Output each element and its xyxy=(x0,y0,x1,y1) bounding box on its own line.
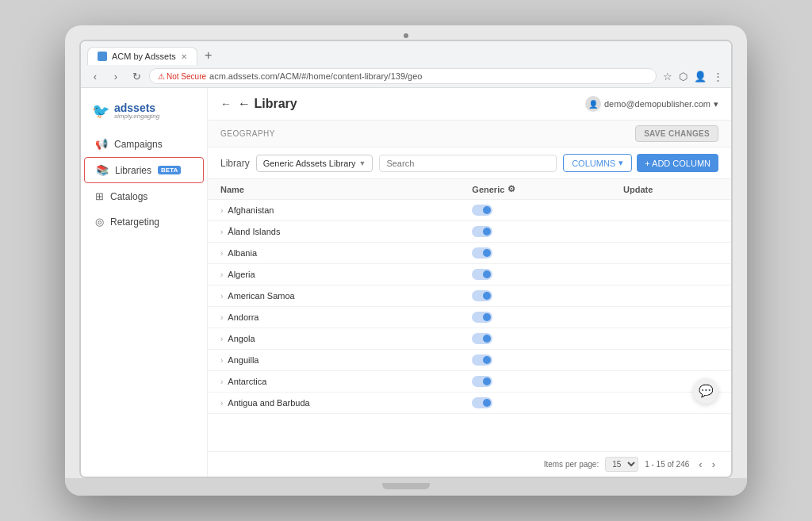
header-right: 👤 demo@demopublisher.com ▾ xyxy=(585,96,718,112)
camera xyxy=(404,33,408,38)
expand-icon[interactable]: › xyxy=(220,249,223,258)
reload-button[interactable]: ↻ xyxy=(128,68,144,84)
page-navigation: ‹ › xyxy=(695,457,718,472)
new-tab-button[interactable]: + xyxy=(199,46,218,65)
breadcrumb: GEOGRAPHY xyxy=(220,129,275,138)
library-toolbar: Library Generic Adssets Library ▼ COLUMN… xyxy=(208,147,731,179)
search-input[interactable] xyxy=(379,155,557,172)
back-nav-button[interactable]: ‹ xyxy=(87,68,103,84)
back-to-library-button[interactable]: ← xyxy=(220,98,232,110)
sidebar-item-label-retargeting: Retargeting xyxy=(110,216,159,228)
generic-toggle[interactable] xyxy=(472,226,492,237)
generic-toggle[interactable] xyxy=(472,290,492,301)
country-table: Name Generic ⚙ Update xyxy=(208,179,731,414)
logo-sub-text: simply.engaging xyxy=(114,113,159,120)
update-cell xyxy=(611,264,731,285)
library-select-value: Generic Adssets Library xyxy=(263,159,356,168)
generic-toggle[interactable] xyxy=(472,376,492,387)
sidebar-item-label-campaigns: Campaigns xyxy=(114,139,163,150)
add-column-button[interactable]: + ADD COLUMN xyxy=(637,154,718,172)
sidebar-item-catalogs[interactable]: ⊞ Catalogs xyxy=(84,184,204,209)
chat-bubble-button[interactable]: 💬 xyxy=(693,378,718,404)
expand-icon[interactable]: › xyxy=(220,228,223,236)
update-cell xyxy=(611,221,731,243)
expand-icon[interactable]: › xyxy=(220,292,223,301)
country-name-cell: › American Samoa xyxy=(208,285,459,307)
breadcrumb-bar: GEOGRAPHY SAVE CHANGES xyxy=(208,121,731,147)
logo-area: 🐦 adssets simply.engaging xyxy=(81,94,207,131)
laptop-base xyxy=(65,478,747,496)
columns-button-label: COLUMNS xyxy=(572,159,615,168)
prev-page-button[interactable]: ‹ xyxy=(695,457,705,472)
sidebar: 🐦 adssets simply.engaging 📢 Campaigns 📚 … xyxy=(81,88,208,477)
country-name-cell: › Anguilla xyxy=(208,350,459,371)
beta-badge: BETA xyxy=(158,166,181,174)
browser-toolbar-actions: ☆ ⬡ 👤 ⋮ xyxy=(661,69,725,84)
update-cell xyxy=(611,243,731,264)
country-name-cell: › Åland Islands xyxy=(208,221,459,243)
generic-toggle[interactable] xyxy=(472,205,492,216)
column-header-generic: Generic ⚙ xyxy=(459,179,611,200)
star-icon[interactable]: ☆ xyxy=(661,69,674,84)
expand-icon[interactable]: › xyxy=(220,377,223,386)
generic-toggle[interactable] xyxy=(472,269,492,280)
account-icon[interactable]: 👤 xyxy=(692,69,708,84)
expand-icon[interactable]: › xyxy=(220,356,223,365)
library-dropdown[interactable]: Generic Adssets Library ▼ xyxy=(256,155,373,172)
browser-tab-active[interactable]: ACM by Adssets ✕ xyxy=(87,47,197,65)
country-name-text: Andorra xyxy=(228,312,259,322)
sidebar-item-retargeting[interactable]: ◎ Retargeting xyxy=(84,209,204,234)
expand-icon[interactable]: › xyxy=(220,399,223,408)
update-cell xyxy=(611,350,731,371)
extension-icon[interactable]: ⬡ xyxy=(677,69,689,84)
country-name-text: Albania xyxy=(228,248,257,258)
country-name-cell: › Andorra xyxy=(208,307,459,328)
generic-toggle[interactable] xyxy=(472,312,492,323)
expand-icon[interactable]: › xyxy=(220,313,223,322)
columns-button[interactable]: COLUMNS ▾ xyxy=(563,154,632,172)
save-changes-button[interactable]: SAVE CHANGES xyxy=(635,125,718,142)
main-content: ← ← Library 👤 demo@demopublisher.com ▾ G… xyxy=(208,88,731,477)
generic-toggle[interactable] xyxy=(472,247,492,259)
sidebar-item-libraries[interactable]: 📚 Libraries BETA xyxy=(84,157,204,183)
logo: 🐦 adssets simply.engaging xyxy=(92,102,196,120)
generic-toggle[interactable] xyxy=(472,397,492,408)
per-page-select[interactable]: 15 25 50 xyxy=(605,457,638,472)
generic-toggle[interactable] xyxy=(472,354,492,366)
browser-toolbar: ‹ › ↻ ⚠ Not Secure acm.adssets.com/ACM/#… xyxy=(81,65,731,87)
column-header-name: Name xyxy=(208,179,459,200)
gear-icon[interactable]: ⚙ xyxy=(508,184,515,194)
toggle-cell xyxy=(459,307,611,328)
address-bar[interactable]: ⚠ Not Secure acm.adssets.com/ACM/#/home/… xyxy=(149,68,657,84)
sidebar-item-campaigns[interactable]: 📢 Campaigns xyxy=(84,132,204,156)
next-page-button[interactable]: › xyxy=(709,457,718,472)
user-menu[interactable]: 👤 demo@demopublisher.com ▾ xyxy=(585,96,718,112)
expand-icon[interactable]: › xyxy=(220,335,223,343)
country-name-text: Angola xyxy=(228,334,255,343)
country-name-text: Antarctica xyxy=(228,377,266,386)
toggle-cell xyxy=(459,350,611,371)
retargeting-icon: ◎ xyxy=(95,216,104,228)
library-label: Library xyxy=(220,158,250,169)
tab-close-button[interactable]: ✕ xyxy=(181,52,187,61)
pagination-bar: Items per page: 15 25 50 1 - 15 of 246 ‹… xyxy=(208,451,731,477)
country-name-text: American Samoa xyxy=(228,291,294,301)
country-name-cell: › Albania xyxy=(208,243,459,264)
country-name-text: Afghanistan xyxy=(228,205,274,215)
table-row: › Åland Islands xyxy=(208,221,731,243)
country-name-text: Åland Islands xyxy=(228,227,280,236)
chat-icon: 💬 xyxy=(699,384,714,398)
forward-nav-button[interactable]: › xyxy=(108,68,124,84)
logo-main-text: adssets xyxy=(114,102,159,113)
generic-toggle[interactable] xyxy=(472,333,492,344)
sidebar-item-label-libraries: Libraries xyxy=(115,165,151,176)
laptop-notch xyxy=(382,483,430,489)
security-warning: ⚠ Not Secure xyxy=(158,72,206,81)
menu-icon[interactable]: ⋮ xyxy=(711,69,725,84)
catalogs-icon: ⊞ xyxy=(95,190,104,202)
expand-icon[interactable]: › xyxy=(220,270,223,279)
table-row: › Algeria xyxy=(208,264,731,285)
library-dropdown-chevron-icon: ▼ xyxy=(358,159,366,167)
expand-icon[interactable]: › xyxy=(220,206,223,215)
toggle-cell xyxy=(459,243,611,264)
